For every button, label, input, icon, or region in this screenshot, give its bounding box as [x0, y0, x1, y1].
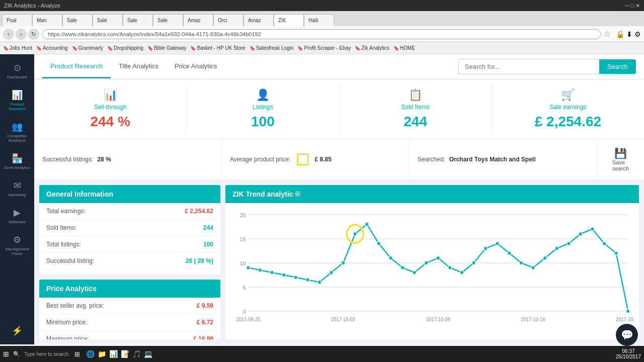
sidebar-item-dashboard[interactable]: ⊙Dashboard — [0, 58, 34, 83]
row-label: Sold Items: — [46, 224, 76, 231]
nav-buttons: ‹ › ↻ — [3, 29, 39, 40]
browser-tab[interactable]: Amaz — [244, 14, 274, 26]
browser-tab[interactable]: ZIK — [274, 14, 304, 26]
price-label: Maximum price: — [46, 335, 89, 339]
browser-tab[interactable]: Sale — [123, 14, 153, 26]
sidebar-item-marketing[interactable]: ✉Marketing — [0, 176, 34, 201]
bookmark-item[interactable]: Zik Analytics — [355, 45, 389, 51]
sidebar: ⊙Dashboard📊Product Research👥Competitor R… — [0, 54, 34, 344]
row-label: Successful listing: — [46, 257, 94, 264]
bookmark-item[interactable]: Grammarly — [72, 45, 103, 51]
sold-items-icon: 📋 — [409, 88, 422, 102]
taskbar-apps: 🌐 📁 📊 📝 🎵 💻 — [86, 350, 152, 358]
browser-tab[interactable]: Amaz — [183, 14, 213, 26]
stat-sell-through: 📊 Sell-through 244 % — [34, 84, 187, 134]
search-input[interactable] — [458, 59, 599, 74]
browser-tab[interactable]: Sale — [153, 14, 183, 26]
sidebar-item-management-panel[interactable]: ⚙Management Panel — [0, 230, 34, 260]
svg-point-23 — [342, 261, 345, 265]
content-area: General Information Total earnings:£ 2,2… — [34, 180, 644, 344]
svg-text:2017-10-16: 2017-10-16 — [521, 317, 545, 322]
sold-items-label: Sold Items — [401, 104, 430, 111]
tabs-bar: PsalManSaleSaleSaleSaleAmazOrciAmazZIKHa… — [0, 11, 644, 26]
bookmark-item[interactable]: Basket - HP UK Store — [190, 45, 246, 51]
sidebar-icon: ▶ — [14, 207, 21, 218]
sidebar-label: Marketing — [8, 193, 26, 197]
bookmark-star[interactable]: ☆ — [604, 29, 611, 39]
sell-through-icon: 📊 — [104, 88, 117, 102]
title-bar: ZIK Analytics - Analyze ─ □ ✕ — [0, 0, 644, 11]
bookmark-item[interactable]: Profit Scraper - Ebay — [297, 45, 351, 51]
row-value: 244 — [203, 224, 213, 231]
sidebar-icon: ⚙ — [13, 234, 21, 245]
taskbar-clock: 06:37 25/10/2017 — [616, 348, 641, 359]
sell-through-label: Sell-through — [94, 104, 127, 111]
price-row: Best seller avg. price:£ 9.59 — [39, 298, 220, 314]
price-analytics-body: Best seller avg. price:£ 9.59Minimum pri… — [39, 298, 220, 339]
avg-price-cell: Average product price: £ 8.85 — [222, 139, 410, 179]
sidebar-item-competitor-research[interactable]: 👥Competitor Research — [0, 117, 34, 147]
tab-product-research[interactable]: Product Research — [42, 55, 111, 78]
successful-listings-value: 28 % — [97, 156, 111, 163]
back-button[interactable]: ‹ — [3, 29, 14, 40]
chat-button[interactable]: 💬 — [616, 324, 638, 346]
svg-point-35 — [484, 246, 488, 250]
svg-text:2017-10-23: 2017-10-23 — [616, 317, 634, 322]
price-label: Minimum price: — [46, 319, 87, 326]
info-row: Sell Through:244% — [39, 269, 220, 275]
searched-label: Searched: — [418, 156, 445, 163]
listings-label: Listings — [253, 104, 273, 111]
info-row: Successful listing:28 ( 28 %) — [39, 253, 220, 269]
general-info-header: General Information — [39, 185, 220, 203]
sidebar-item-store-analytics[interactable]: 🏪Store Analytics — [0, 149, 34, 174]
svg-point-17 — [270, 270, 274, 275]
bookmark-item[interactable]: Bible Gateway — [147, 45, 186, 51]
avg-price-value: £ 8.85 — [315, 156, 332, 163]
svg-point-40 — [543, 256, 547, 260]
price-label: Best seller avg. price: — [46, 302, 104, 309]
sidebar-power-button[interactable]: ⚡ — [0, 321, 34, 340]
save-label: Save search — [612, 159, 629, 171]
forward-button[interactable]: › — [16, 29, 27, 40]
listings-value: 100 — [251, 114, 275, 130]
svg-point-31 — [436, 256, 440, 260]
top-nav: Product Research Title Analytics Price A… — [34, 54, 644, 79]
svg-point-20 — [306, 278, 309, 282]
bookmark-item[interactable]: HOME — [393, 45, 415, 51]
svg-point-47 — [626, 309, 630, 313]
browser-tab[interactable]: Man — [32, 14, 62, 26]
svg-point-24 — [353, 232, 357, 236]
svg-text:2017-09-25: 2017-09-25 — [236, 317, 261, 322]
bookmark-item[interactable]: Dropshipping — [107, 45, 143, 51]
tab-price-analytics[interactable]: Price Analytics — [167, 55, 225, 78]
refresh-button[interactable]: ↻ — [28, 29, 39, 40]
sidebar-item-product-research[interactable]: 📊Product Research — [0, 85, 34, 115]
stat-listings: 👤 Listings 100 — [187, 84, 339, 134]
browser-tab[interactable]: Sale — [93, 14, 123, 26]
row-label: Total listings: — [46, 241, 81, 248]
sidebar-label: Management Panel — [2, 247, 32, 256]
search-button[interactable]: Search — [599, 59, 636, 74]
svg-point-34 — [472, 261, 475, 265]
sidebar-item-webinars[interactable]: ▶Webinars — [0, 203, 34, 228]
browser-tab[interactable]: Haili — [304, 14, 334, 26]
row-value: 244% — [198, 274, 213, 275]
clock-time: 06:37 — [616, 348, 641, 354]
svg-point-38 — [519, 261, 523, 265]
browser-tab[interactable]: Psal — [2, 14, 32, 26]
searched-cell: Searched: Orchard Toys Match and Spell — [410, 139, 597, 179]
browser-tab[interactable]: Orci — [213, 14, 244, 26]
bookmark-item[interactable]: Jobs Hunt — [3, 45, 32, 51]
svg-point-43 — [579, 232, 582, 236]
save-search-button[interactable]: 💾 Save search — [605, 144, 636, 174]
main-content: Product Research Title Analytics Price A… — [34, 54, 644, 344]
bookmark-item[interactable]: Accounting — [36, 45, 67, 51]
tab-title-analytics[interactable]: Title Analytics — [111, 55, 167, 78]
stats-row: 📊 Sell-through 244 % 👤 Listings 100 📋 So… — [34, 79, 644, 139]
url-input[interactable]: https://www.zikanalytics.com/Analyze/ind… — [42, 29, 601, 39]
svg-point-33 — [460, 270, 463, 275]
bookmark-item[interactable]: Salesfreak Login — [250, 45, 294, 51]
browser-tab[interactable]: Sale — [62, 14, 93, 26]
svg-point-41 — [555, 246, 558, 250]
listings-icon: 👤 — [256, 88, 270, 102]
